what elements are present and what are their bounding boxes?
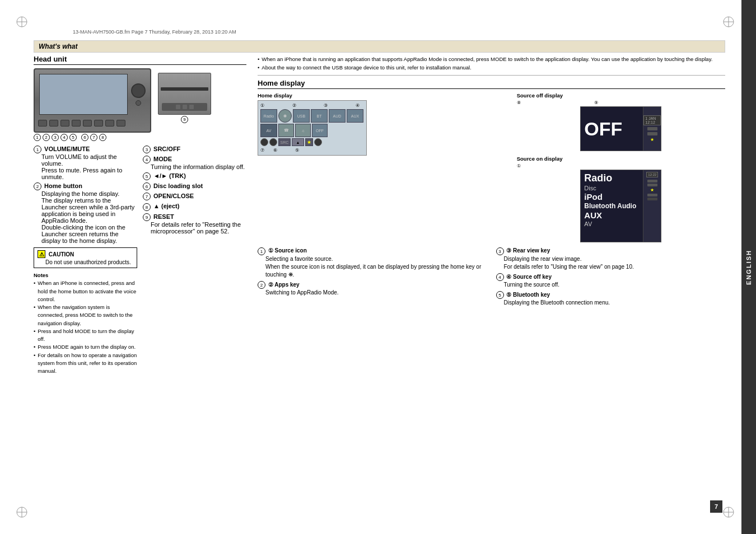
icon-usb: USB (293, 109, 310, 123)
source-off-mock: OFF 1 JAN 12:12 ★ (580, 106, 661, 151)
src-off-num-4: 4 (496, 273, 504, 281)
english-label: ENGLISH (745, 250, 752, 285)
notes-title: Notes (34, 271, 137, 279)
source-on-area: Source on display ① Radio Disc iPod Blue… (517, 156, 725, 242)
apps-key-text: Switching to AppRadio Mode. (258, 289, 487, 297)
desc-reset: 9 RESET For details refer to "Resetting … (143, 213, 246, 235)
desc-mode-text: Turning the information display off. (143, 163, 246, 170)
label-reset: RESET (153, 213, 174, 220)
left-column: Head unit (34, 55, 246, 500)
desc-disc-slot: 6 Disc loading slot (143, 182, 246, 190)
desc-open-close: 7 OPEN/CLOSE (143, 193, 246, 200)
icon-audio: AUD (329, 109, 346, 123)
rear-view-label: ③ Rear view key (506, 247, 550, 254)
side-btn-3 (189, 105, 194, 109)
right-note-2: • About the way to connect the USB stora… (258, 63, 725, 72)
note-3: •Press and hold MODE to turn the display… (34, 327, 137, 344)
on-bar-3 (647, 194, 657, 196)
annot-desc-right: 3 ③ Rear view key Displaying the rear vi… (496, 247, 726, 309)
label-disc-slot: Disc loading slot (153, 182, 203, 189)
icon-small-2: ▲ (292, 138, 304, 146)
device-drawing (34, 68, 151, 133)
source-off-top-annots: ⑧ ⑨ (517, 100, 598, 105)
source-on-label: Source on display (517, 156, 725, 162)
desc-mode: 4 MODE Turning the information display o… (143, 156, 246, 170)
caution-box: ⚠ CAUTION Do not use unauthorized produc… (34, 247, 137, 268)
bt-key-text: Displaying the Bluetooth connection menu… (496, 299, 726, 307)
annot-1: 1 (34, 134, 41, 141)
label-mode: MODE (153, 156, 172, 162)
head-unit-main-device: 1 2 3 4 5 6 7 8 (34, 68, 151, 141)
disc-slot (161, 87, 208, 91)
volume-knob (131, 83, 146, 98)
annot-6: 6 (81, 134, 88, 141)
icon-radio: Radio (260, 109, 277, 123)
bottom-annots: ⑦ ⑥ ⑤ (260, 148, 364, 153)
dot-2 (269, 138, 277, 146)
ctrl-btn-8 (116, 120, 125, 127)
desc-volume-mute: 1 VOLUME/MUTE Turn VOLUME to adjust the … (34, 146, 137, 180)
desc-eject: 8 ▲ (eject) (143, 203, 246, 210)
label-home-button: Home button (44, 182, 82, 189)
annot-8: 8 (99, 134, 106, 141)
apps-key-label: ② Apps key (268, 282, 300, 288)
rear-view-text2: For details refer to "Using the rear vie… (504, 264, 634, 270)
label-eject: ▲ (eject) (153, 203, 179, 209)
right-column: • When an iPhone that is running an appl… (258, 55, 725, 500)
home-display-heading: Home display (258, 79, 725, 89)
icon-small-1: SRC (278, 138, 291, 146)
ctrl-btn-2 (49, 120, 58, 127)
label-volume-mute: VOLUME/MUTE (44, 146, 90, 152)
reg-mark-br (722, 506, 735, 518)
rear-view-text: Displaying the rear view image. (504, 256, 582, 262)
desc-reset-text: For details refer to "Resetting the micr… (143, 221, 246, 235)
source-on-mock: Radio Disc iPod Bluetooth Audio AUX AV 1… (580, 170, 661, 242)
num-2: 2 (34, 182, 41, 190)
dot-1 (260, 138, 268, 146)
on-bar-2 (647, 184, 657, 186)
annot-7: 7 (90, 134, 97, 141)
device-annotation-row: 1 2 3 4 5 6 7 8 (34, 134, 151, 141)
note-4: •Press MODE again to turn the display on… (34, 343, 137, 351)
annot-9: 9 (181, 116, 188, 123)
annot-hd-2: ② (292, 103, 296, 108)
icon-row-2: AV ☎ ♫ OFF (260, 124, 364, 137)
annot-bottom-5: ⑤ (295, 148, 299, 153)
ctrl-btn-7 (105, 120, 114, 127)
annotation-descriptions: 1 ① Source icon Selecting a favorite sou… (258, 247, 725, 309)
device-controls (35, 117, 150, 129)
home-display-label: Home display (258, 92, 508, 99)
ctrl-btn-4 (72, 120, 81, 127)
note-5: •For details on how to operate a navigat… (34, 352, 137, 376)
desc-home-2: The display returns to the Launcher scre… (41, 197, 134, 224)
side-device-drawing (158, 73, 211, 115)
side-btn-1 (176, 105, 180, 109)
annot-desc-left: 1 ① Source icon Selecting a favorite sou… (258, 247, 487, 309)
src-off-key-text: Turning the source off. (496, 281, 726, 289)
right-note-1: • When an iPhone that is running an appl… (258, 55, 725, 63)
icon-aux: AUX (347, 109, 363, 123)
home-display-mock: ① ② ③ ④ Radio ◉ USB BT AUD AUX (258, 100, 367, 156)
icon-circle-1: ◉ (278, 109, 292, 123)
annot-bottom-7: ⑦ (260, 148, 264, 153)
apps-key-desc: 2 ② Apps key Switching to AppRadio Mode. (258, 281, 487, 297)
on-star: ★ (650, 188, 654, 193)
caution-text: Do not use unauthorized products. (38, 259, 133, 265)
time-badge-off: 1 JAN 12:12 (643, 115, 661, 125)
desc-home-1: Displaying the home display. (41, 190, 119, 197)
src-icon-text2: When the source icon is not displayed, i… (265, 264, 481, 278)
annot-8: ⑧ (517, 100, 521, 105)
bt-num-5: 5 (496, 291, 504, 299)
home-button (136, 100, 141, 106)
reg-mark-tl (16, 16, 28, 28)
reg-mark-bl (16, 506, 28, 518)
bottom-icon-row: SRC ▲ ★ (260, 138, 364, 146)
icon-av: AV (260, 124, 277, 137)
icon-star: ★ (305, 138, 313, 146)
src-bt-audio: Bluetooth Audio (584, 202, 640, 210)
side-btn-2 (183, 105, 187, 109)
side-controls-on: 12:22 ★ (643, 170, 661, 242)
src-num-1: 1 (258, 247, 265, 255)
annot-hd-1: ① (260, 103, 264, 108)
src-icon-desc: 1 ① Source icon Selecting a favorite sou… (258, 247, 487, 278)
